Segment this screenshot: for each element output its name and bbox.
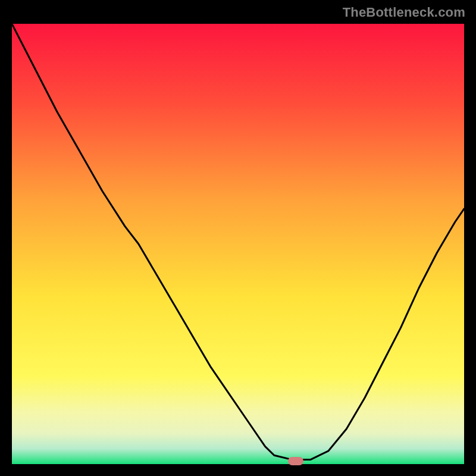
optimum-marker bbox=[288, 457, 303, 465]
bottleneck-curve bbox=[12, 24, 464, 464]
watermark-text: TheBottleneck.com bbox=[343, 5, 465, 20]
chart-frame: TheBottleneck.com bbox=[0, 0, 476, 476]
plot-area bbox=[12, 24, 464, 464]
